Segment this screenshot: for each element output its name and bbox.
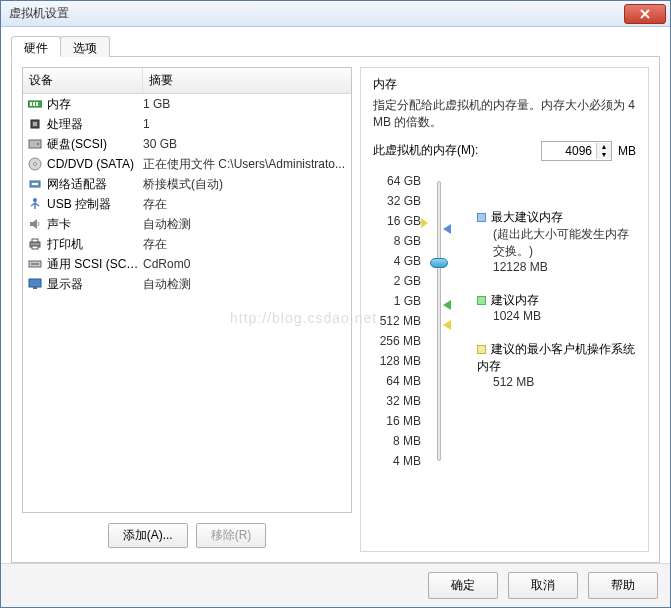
hw-summary: 正在使用文件 C:\Users\Administrato...	[143, 156, 347, 173]
svg-rect-15	[32, 246, 38, 249]
hardware-list: 设备 摘要 内存1 GB处理器1硬盘(SCSI)30 GBCD/DVD (SAT…	[22, 67, 352, 513]
sound-icon	[27, 216, 43, 232]
memory-pane: 内存 指定分配给此虚拟机的内存量。内存大小必须为 4 MB 的倍数。 此虚拟机的…	[360, 67, 649, 552]
legend-min-val: 512 MB	[477, 375, 636, 389]
col-summary[interactable]: 摘要	[143, 68, 351, 93]
svg-rect-1	[30, 102, 32, 106]
tick-label: 256 MB	[373, 331, 421, 351]
svg-rect-2	[33, 102, 35, 106]
hw-name: 内存	[47, 96, 143, 113]
remove-button: 移除(R)	[196, 523, 267, 548]
hw-name: 声卡	[47, 216, 143, 233]
legend-min-label: 建议的最小客户机操作系统内存	[477, 342, 635, 373]
svg-rect-11	[32, 183, 38, 185]
hw-row[interactable]: 打印机存在	[23, 234, 351, 254]
tab-options[interactable]: 选项	[60, 36, 110, 57]
tick-label: 16 GB	[373, 211, 421, 231]
tick-label: 16 MB	[373, 411, 421, 431]
memory-unit: MB	[618, 144, 636, 158]
legend-max-label: 最大建议内存	[491, 210, 563, 224]
tick-label: 1 GB	[373, 291, 421, 311]
memory-slider[interactable]	[421, 171, 457, 471]
tab-strip: 硬件 选项	[11, 35, 660, 57]
legend-max-note: (超出此大小可能发生内存交换。)	[477, 226, 636, 260]
memory-icon	[27, 96, 43, 112]
hw-row[interactable]: USB 控制器存在	[23, 194, 351, 214]
cancel-button[interactable]: 取消	[508, 572, 578, 599]
spin-down-icon[interactable]: ▼	[597, 151, 611, 159]
window-title: 虚拟机设置	[9, 5, 624, 22]
hardware-list-header: 设备 摘要	[23, 68, 351, 94]
hw-row[interactable]: 硬盘(SCSI)30 GB	[23, 134, 351, 154]
scsi-icon	[27, 256, 43, 272]
usb-icon	[27, 196, 43, 212]
hw-summary: 30 GB	[143, 137, 347, 151]
memory-spinner[interactable]: ▲ ▼	[541, 141, 612, 161]
svg-rect-19	[33, 287, 37, 289]
hw-row[interactable]: 通用 SCSI (SCSI ...CdRom0	[23, 254, 351, 274]
slider-ticks: 64 GB32 GB16 GB8 GB4 GB2 GB1 GB512 MB256…	[373, 171, 421, 471]
marker-yellow-left	[421, 218, 428, 228]
titlebar: 虚拟机设置	[1, 1, 670, 27]
hw-name: USB 控制器	[47, 196, 143, 213]
hw-summary: 1 GB	[143, 97, 347, 111]
tick-label: 512 MB	[373, 311, 421, 331]
col-device[interactable]: 设备	[23, 68, 143, 93]
memory-input[interactable]	[542, 142, 596, 160]
tick-label: 2 GB	[373, 271, 421, 291]
marker-min	[443, 320, 451, 330]
hw-row[interactable]: 网络适配器桥接模式(自动)	[23, 174, 351, 194]
hw-summary: 自动检测	[143, 276, 347, 293]
svg-rect-5	[33, 122, 37, 126]
hw-row[interactable]: 声卡自动检测	[23, 214, 351, 234]
hw-row[interactable]: 内存1 GB	[23, 94, 351, 114]
hw-row[interactable]: 显示器自动检测	[23, 274, 351, 294]
legend-max-swatch	[477, 213, 486, 222]
hw-name: 硬盘(SCSI)	[47, 136, 143, 153]
tab-hardware[interactable]: 硬件	[11, 36, 61, 57]
tick-label: 4 MB	[373, 451, 421, 471]
disk-icon	[27, 136, 43, 152]
add-button[interactable]: 添加(A)...	[108, 523, 188, 548]
help-button[interactable]: 帮助	[588, 572, 658, 599]
svg-rect-3	[36, 102, 38, 106]
svg-rect-14	[32, 239, 38, 242]
hw-name: 处理器	[47, 116, 143, 133]
tick-label: 8 MB	[373, 431, 421, 451]
slider-thumb[interactable]	[430, 258, 448, 268]
hw-name: 打印机	[47, 236, 143, 253]
svg-rect-17	[31, 263, 39, 265]
tick-label: 4 GB	[373, 251, 421, 271]
tick-label: 64 GB	[373, 171, 421, 191]
tick-label: 128 MB	[373, 351, 421, 371]
svg-point-7	[37, 143, 39, 145]
cpu-icon	[27, 116, 43, 132]
hw-summary: 自动检测	[143, 216, 347, 233]
legend-max-val: 12128 MB	[477, 260, 636, 274]
memory-label: 此虚拟机的内存(M):	[373, 142, 541, 159]
legend-rec-label: 建议内存	[491, 293, 539, 307]
pane-title: 内存	[373, 76, 636, 93]
pane-desc: 指定分配给此虚拟机的内存量。内存大小必须为 4 MB 的倍数。	[373, 97, 636, 131]
hw-summary: 桥接模式(自动)	[143, 176, 347, 193]
ok-button[interactable]: 确定	[428, 572, 498, 599]
hw-summary: 1	[143, 117, 347, 131]
marker-rec	[443, 300, 451, 310]
legend-rec-swatch	[477, 296, 486, 305]
svg-rect-18	[29, 279, 41, 287]
svg-point-9	[34, 163, 37, 166]
display-icon	[27, 276, 43, 292]
close-button[interactable]	[624, 4, 666, 24]
hw-name: 通用 SCSI (SCSI ...	[47, 256, 143, 273]
printer-icon	[27, 236, 43, 252]
spin-up-icon[interactable]: ▲	[597, 143, 611, 151]
marker-max	[443, 224, 451, 234]
hw-row[interactable]: CD/DVD (SATA)正在使用文件 C:\Users\Administrat…	[23, 154, 351, 174]
legend-min-swatch	[477, 345, 486, 354]
tick-label: 32 MB	[373, 391, 421, 411]
dialog-footer: 确定 取消 帮助	[1, 563, 670, 607]
hw-summary: CdRom0	[143, 257, 347, 271]
hw-row[interactable]: 处理器1	[23, 114, 351, 134]
hw-summary: 存在	[143, 236, 347, 253]
tick-label: 64 MB	[373, 371, 421, 391]
